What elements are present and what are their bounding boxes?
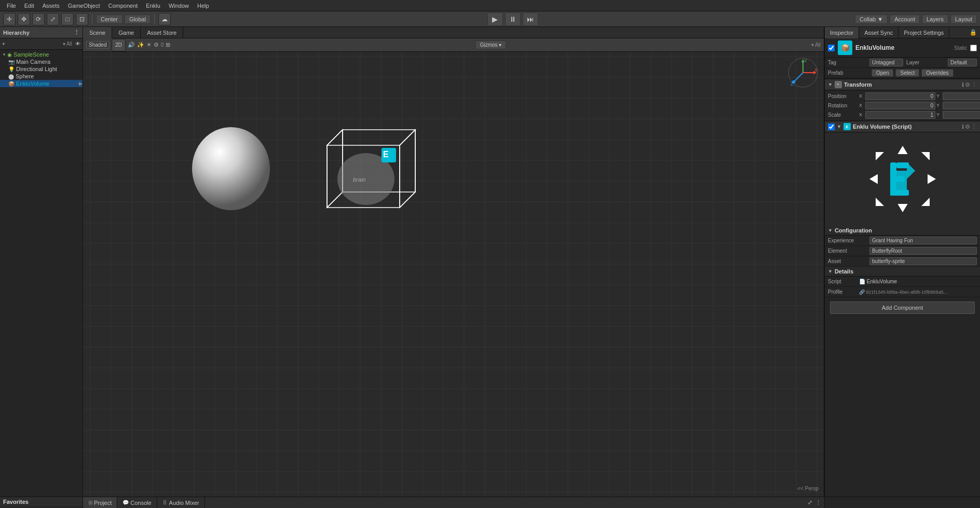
sun-icon[interactable]: ☀ — [146, 42, 152, 48]
tab-console[interactable]: 💬 Console — [117, 497, 157, 509]
active-checkbox[interactable] — [828, 45, 835, 51]
position-y-input[interactable] — [943, 92, 980, 100]
tab-scene[interactable]: Scene — [83, 27, 112, 38]
static-checkbox[interactable] — [970, 45, 977, 51]
shading-mode-select[interactable]: Shaded — [86, 41, 110, 49]
rotation-x-input[interactable] — [865, 102, 935, 109]
configuration-header[interactable]: ▼ Configuration — [825, 226, 980, 236]
plus-icon[interactable]: + — [2, 41, 5, 47]
prefab-select-btn[interactable]: Select — [895, 69, 919, 77]
experience-select[interactable]: Grant Having Fun — [869, 237, 977, 244]
tab-project[interactable]: ⊞ Project — [83, 497, 117, 509]
menu-enklu[interactable]: Enklu — [142, 2, 164, 10]
scene-panel: Scene Game Asset Store Shaded 2D 🔊 ✨ ☀ ⚙… — [83, 27, 824, 497]
scene-arrow: ▼ — [2, 52, 6, 57]
menu-window[interactable]: Window — [165, 2, 193, 10]
play-btn[interactable]: ▶ — [487, 12, 503, 26]
favorites-header[interactable]: Favorites — [0, 497, 83, 506]
layout-btn[interactable]: Layout — [950, 15, 977, 24]
tab-inspector[interactable]: Inspector — [825, 27, 859, 38]
element-select[interactable]: ButterflyRoot — [869, 247, 977, 255]
panel-expand-icon[interactable]: ⤢ — [808, 499, 815, 506]
scene-view[interactable]: Y X Z << Persp — [83, 52, 824, 497]
enklu-menu-icon[interactable]: ⋮ — [971, 123, 977, 130]
rect-tool[interactable]: □ — [61, 13, 74, 25]
rotate-tool[interactable]: ⟳ — [32, 13, 45, 25]
transform-icon: ⌖ — [835, 81, 842, 88]
pause-btn[interactable]: ⏸ — [505, 12, 521, 26]
scale-y-input[interactable] — [943, 111, 980, 119]
enklu-settings-icon[interactable]: ⚙ — [965, 123, 970, 130]
settings-icon[interactable]: ⚙ — [154, 42, 159, 48]
enklu-expand-arrow[interactable]: ▶ — [79, 81, 83, 86]
fx-icon[interactable]: ✨ — [137, 42, 144, 48]
prefab-overrides-btn[interactable]: Overrides — [921, 69, 953, 77]
tab-project-settings[interactable]: Project Settings — [899, 27, 949, 38]
tab-asset-sync[interactable]: Asset Sync — [859, 27, 899, 38]
layers-btn[interactable]: Layers — [922, 15, 948, 24]
hier-enklu-volume[interactable]: 📦 EnkluVolume ▶ — [0, 80, 83, 87]
transform-settings-icon[interactable]: ⚙ — [965, 81, 970, 88]
hier-sphere[interactable]: ⬤ Sphere — [0, 73, 83, 80]
account-btn[interactable]: Account — [890, 15, 920, 24]
enklu-logo: .teal{fill:#00bcd4;} — [861, 138, 944, 221]
2d-toggle[interactable]: 2D — [112, 39, 126, 51]
gizmos-btn[interactable]: Gizmos ▾ — [475, 40, 507, 49]
space-btn[interactable]: Global — [125, 15, 151, 24]
scale-x-input[interactable] — [865, 111, 935, 119]
transform-menu-icon[interactable]: ⋮ — [971, 81, 977, 88]
menu-assets[interactable]: Assets — [39, 2, 63, 10]
collab-btn[interactable]: Collab ▼ — [855, 15, 888, 24]
rotation-y-input[interactable] — [943, 102, 980, 109]
inspector-lock-icon[interactable]: 🔒 — [970, 29, 980, 36]
layer-select[interactable]: Default — [948, 59, 977, 66]
scale-tool[interactable]: ⤢ — [47, 13, 59, 25]
svg-point-10 — [192, 127, 270, 210]
add-component-label: Add Component — [882, 305, 923, 311]
menu-edit[interactable]: Edit — [21, 2, 38, 10]
svg-marker-31 — [876, 152, 884, 160]
details-arrow: ▼ — [828, 269, 833, 274]
svg-rect-23 — [890, 162, 896, 196]
sound-icon[interactable]: 🔊 — [128, 42, 135, 48]
prefab-open-btn[interactable]: Open — [872, 69, 893, 77]
main-camera-label: Main Camera — [16, 59, 50, 65]
transform-fields: Position X Y Z — [825, 90, 980, 120]
menu-help[interactable]: Help — [194, 2, 213, 10]
profile-id: 821f1345-b89a-4bec-afd9-15fb869a5... — [866, 290, 948, 295]
details-header[interactable]: ▼ Details — [825, 267, 980, 277]
enklu-volume-active[interactable] — [828, 123, 835, 130]
position-x-axis: X — [859, 93, 864, 99]
grid-icon[interactable]: ⊞ — [166, 42, 170, 48]
cloud-btn[interactable]: ☁ — [158, 13, 171, 25]
add-component-button[interactable]: Add Component — [830, 301, 975, 314]
menu-file[interactable]: File — [3, 2, 20, 10]
menu-component[interactable]: Component — [104, 2, 141, 10]
transform-header[interactable]: ▼ ⌖ Transform ℹ ⚙ ⋮ — [825, 79, 980, 90]
panel-menu-icon[interactable]: ⋮ — [815, 499, 824, 506]
enklu-info-icon[interactable]: ℹ — [962, 123, 964, 130]
tab-audio-mixer[interactable]: 🎚 Audio Mixer — [157, 497, 205, 509]
scene-grid — [83, 52, 824, 497]
hier-directional-light[interactable]: 💡 Directional Light — [0, 65, 83, 73]
pivot-btn[interactable]: Center — [96, 15, 122, 24]
transform-info-icon[interactable]: ℹ — [962, 81, 964, 88]
position-x-input[interactable] — [865, 92, 935, 100]
tag-layer-row: Tag Untagged Layer Default — [825, 58, 980, 68]
asset-select[interactable]: butterfly-sprite — [869, 257, 977, 265]
move-tool[interactable]: ✥ — [18, 13, 30, 25]
transform-tool[interactable]: ⊡ — [76, 13, 88, 25]
tab-game[interactable]: Game — [112, 27, 141, 38]
hand-tool[interactable]: ✛ — [3, 13, 16, 25]
position-y-axis: Y — [936, 93, 942, 99]
tab-asset-store[interactable]: Asset Store — [141, 27, 183, 38]
tag-select[interactable]: Untagged — [869, 59, 903, 66]
menu-gameobject[interactable]: GameObject — [64, 2, 104, 10]
scene-root[interactable]: ▼ ◉ SampleScene — [0, 51, 83, 58]
tab-asset-store-label: Asset Store — [147, 30, 176, 36]
enklu-volume-header[interactable]: ▼ E Enklu Volume (Script) ℹ ⚙ ⋮ — [825, 121, 980, 132]
hier-main-camera[interactable]: 📷 Main Camera — [0, 58, 83, 65]
step-btn[interactable]: ⏭ — [523, 12, 538, 26]
object-name[interactable]: EnkluVolume — [855, 44, 951, 51]
hierarchy-menu-icon[interactable]: ⋮ — [74, 29, 79, 36]
